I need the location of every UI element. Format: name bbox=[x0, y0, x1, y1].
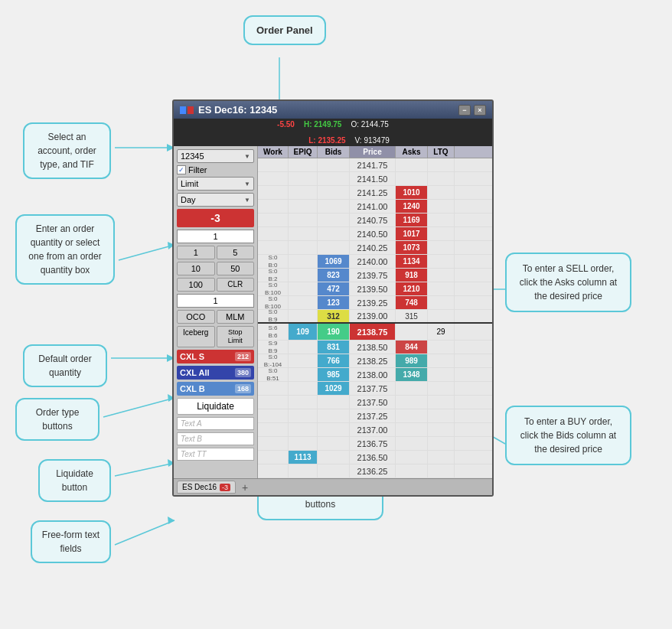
callout-freeform-text: Free-form text fields bbox=[31, 520, 111, 563]
iceberg-stoplimit-row: Iceberg StopLimit bbox=[177, 326, 254, 347]
btn-cxl-all[interactable]: CXL All 380 bbox=[177, 366, 254, 380]
qty-input-value: 1 bbox=[213, 232, 217, 241]
add-tab-button[interactable]: + bbox=[239, 481, 251, 494]
qty-btn-10[interactable]: 10 bbox=[177, 262, 215, 275]
btn-liquidate[interactable]: Liquidate bbox=[177, 398, 254, 415]
control-panel: 12345 ▼ ✓ Filter Limit ▼ Day ▼ -3 bbox=[174, 146, 258, 478]
qty-btn-row-1: 1 5 bbox=[177, 246, 254, 259]
callout-default-qty: Default order quantity bbox=[23, 344, 107, 387]
work-cell-0 bbox=[258, 158, 289, 171]
price-row-2: 2141.25 1010 bbox=[258, 186, 492, 200]
price-row-11: S:0B:9 312 2139.00 315 bbox=[258, 310, 492, 324]
btn-stop-limit[interactable]: StopLimit bbox=[217, 326, 255, 347]
callout-enter-qty: Enter an order quantity or select one fr… bbox=[15, 214, 115, 285]
close-button[interactable]: × bbox=[474, 105, 486, 116]
price-row-22: 2136.25 bbox=[258, 464, 492, 478]
svg-line-4 bbox=[119, 245, 175, 260]
callout-buy-order: To enter a BUY order, click the Bids col… bbox=[505, 406, 631, 465]
default-qty[interactable]: 1 bbox=[177, 294, 254, 308]
col-header-price: Price bbox=[350, 146, 396, 158]
bids-cell-0[interactable] bbox=[318, 158, 350, 171]
price-row-current: S:6B:6 109 190 2138.75 29 bbox=[258, 324, 492, 341]
price-row-19: 2137.00 bbox=[258, 423, 492, 437]
tab-es-dec16[interactable]: ES Dec16 -3 bbox=[177, 481, 236, 494]
btn-iceberg[interactable]: Iceberg bbox=[177, 326, 215, 347]
order-type-value: Limit bbox=[181, 179, 198, 188]
qty-btn-5[interactable]: 5 bbox=[217, 246, 255, 259]
svg-line-12 bbox=[115, 520, 175, 545]
tab-badge: -3 bbox=[220, 484, 230, 491]
cxl-all-badge: 380 bbox=[235, 368, 251, 377]
btn-mlm[interactable]: MLM bbox=[217, 310, 255, 324]
cxl-s-badge: 212 bbox=[235, 352, 251, 361]
qty-btn-row-2: 10 50 bbox=[177, 262, 254, 275]
col-header-work: Work bbox=[258, 146, 289, 158]
trading-window: ES Dec16: 12345 − × -5.50 H: 2149.75 O: … bbox=[172, 99, 494, 497]
qty-btn-1[interactable]: 1 bbox=[177, 246, 215, 259]
epiq-cell-0 bbox=[289, 158, 318, 171]
tab-label: ES Dec16 bbox=[182, 483, 217, 491]
order-type-selector[interactable]: Limit ▼ bbox=[177, 177, 254, 191]
filter-label: Filter bbox=[188, 165, 207, 174]
price-row-3: 2141.00 1240 bbox=[258, 200, 492, 213]
stats-bar: -5.50 H: 2149.75 O: 2144.75 L: 2135.25 V… bbox=[174, 119, 492, 146]
col-header-asks: Asks bbox=[396, 146, 428, 158]
order-type-arrow: ▼ bbox=[244, 181, 250, 187]
qty-value: -3 bbox=[210, 212, 220, 224]
tif-value: Day bbox=[181, 195, 196, 204]
filter-checkbox[interactable]: ✓ Filter bbox=[177, 165, 254, 174]
btn-oco[interactable]: OCO bbox=[177, 310, 215, 324]
panel-body: 12345 ▼ ✓ Filter Limit ▼ Day ▼ -3 bbox=[174, 146, 492, 478]
price-row-14: S:0B:-104 766 2138.25 989 bbox=[258, 354, 492, 368]
price-row-6: 2140.25 1073 bbox=[258, 241, 492, 255]
cxl-s-label: CXL S bbox=[180, 352, 204, 361]
price-row-20: 2136.75 bbox=[258, 437, 492, 451]
price-row-21: 1113 2136.50 bbox=[258, 451, 492, 464]
window-titlebar: ES Dec16: 12345 − × bbox=[174, 101, 492, 119]
qty-display: -3 bbox=[177, 209, 254, 227]
price-row-9: S:0B:100 472 2139.50 1210 bbox=[258, 282, 492, 296]
account-selector[interactable]: 12345 ▼ bbox=[177, 149, 254, 163]
qty-btn-clr[interactable]: CLR bbox=[217, 278, 255, 292]
account-value: 12345 bbox=[181, 152, 204, 161]
minimize-button[interactable]: − bbox=[458, 105, 471, 116]
qty-btn-100[interactable]: 100 bbox=[177, 278, 215, 292]
callout-order-type-buttons: Order type buttons bbox=[15, 398, 99, 441]
asks-cell-0[interactable] bbox=[396, 158, 428, 171]
callout-sell-order: To enter a SELL order, click the Asks co… bbox=[505, 253, 631, 312]
window-title: ES Dec16: 12345 bbox=[198, 104, 277, 116]
ltq-cell-0 bbox=[428, 158, 455, 171]
text-field-tt[interactable]: Text TT bbox=[177, 448, 254, 461]
qty-btn-50[interactable]: 50 bbox=[217, 262, 255, 275]
qty-input[interactable]: 1 bbox=[177, 230, 254, 243]
tif-selector[interactable]: Day ▼ bbox=[177, 193, 254, 207]
text-field-b[interactable]: Text B bbox=[177, 432, 254, 445]
price-row-1: 2141.50 bbox=[258, 172, 492, 186]
window-icon bbox=[180, 106, 194, 114]
price-row-15: S:0B:51 985 2138.00 1348 bbox=[258, 368, 492, 382]
qty-btn-row-3: 100 CLR bbox=[177, 278, 254, 292]
cxl-all-label: CXL All bbox=[180, 368, 210, 377]
callout-select-account: Select an account, order type, and TIF bbox=[23, 122, 111, 179]
ladder-header: Work EPIQ Bids Price Asks LTQ bbox=[258, 146, 492, 158]
price-ladder: Work EPIQ Bids Price Asks LTQ 2141.75 bbox=[258, 146, 492, 478]
svg-marker-13 bbox=[168, 517, 175, 524]
col-header-epiq: EPIQ bbox=[289, 146, 318, 158]
price-cell-0: 2141.75 bbox=[350, 158, 396, 171]
svg-line-8 bbox=[103, 398, 175, 417]
text-field-a[interactable]: Text A bbox=[177, 417, 254, 430]
window-controls[interactable]: − × bbox=[458, 105, 486, 116]
oco-mlm-row: OCO MLM bbox=[177, 310, 254, 324]
price-row-16: 1029 2137.75 bbox=[258, 382, 492, 396]
tab-bar: ES Dec16 -3 + bbox=[174, 478, 492, 495]
price-row-8: S:0B:2 823 2139.75 918 bbox=[258, 269, 492, 282]
tif-arrow: ▼ bbox=[244, 197, 250, 204]
price-row-5: 2140.50 1017 bbox=[258, 227, 492, 241]
svg-line-10 bbox=[115, 463, 175, 476]
btn-cxl-s[interactable]: CXL S 212 bbox=[177, 350, 254, 363]
callout-liquidate-button: Liquidate button bbox=[38, 459, 111, 502]
btn-cxl-b[interactable]: CXL B 168 bbox=[177, 382, 254, 396]
callout-order-panel: Order Panel bbox=[243, 15, 326, 45]
col-header-ltq: LTQ bbox=[428, 146, 455, 158]
cxl-b-badge: 168 bbox=[235, 384, 251, 393]
